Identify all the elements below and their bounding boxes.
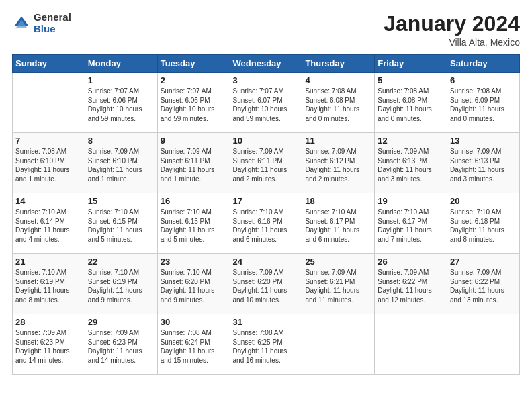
day-info: Sunrise: 7:09 AMSunset: 6:20 PMDaylight:… bbox=[233, 268, 300, 304]
day-info: Sunrise: 7:08 AMSunset: 6:08 PMDaylight:… bbox=[305, 87, 371, 123]
column-header-saturday: Saturday bbox=[447, 55, 520, 73]
day-info: Sunrise: 7:10 AMSunset: 6:18 PMDaylight:… bbox=[450, 208, 517, 244]
calendar-subtitle: Villa Alta, Mexico bbox=[384, 37, 520, 48]
day-number: 13 bbox=[450, 136, 517, 146]
day-info: Sunrise: 7:07 AMSunset: 6:06 PMDaylight:… bbox=[88, 87, 154, 123]
calendar-cell: 17Sunrise: 7:10 AMSunset: 6:16 PMDayligh… bbox=[230, 193, 302, 254]
day-info: Sunrise: 7:07 AMSunset: 6:06 PMDaylight:… bbox=[161, 87, 227, 123]
day-info: Sunrise: 7:07 AMSunset: 6:07 PMDaylight:… bbox=[233, 87, 300, 123]
day-info: Sunrise: 7:08 AMSunset: 6:25 PMDaylight:… bbox=[233, 328, 300, 365]
day-number: 23 bbox=[161, 257, 227, 267]
calendar-cell: 30Sunrise: 7:08 AMSunset: 6:24 PMDayligh… bbox=[157, 314, 230, 375]
column-header-sunday: Sunday bbox=[13, 55, 85, 73]
day-info: Sunrise: 7:08 AMSunset: 6:09 PMDaylight:… bbox=[450, 87, 517, 123]
calendar-cell: 14Sunrise: 7:10 AMSunset: 6:14 PMDayligh… bbox=[13, 193, 85, 254]
day-number: 26 bbox=[378, 257, 444, 267]
calendar-cell: 24Sunrise: 7:09 AMSunset: 6:20 PMDayligh… bbox=[230, 254, 302, 314]
column-header-wednesday: Wednesday bbox=[230, 55, 302, 73]
calendar-week-row: 28Sunrise: 7:09 AMSunset: 6:23 PMDayligh… bbox=[13, 314, 520, 375]
day-number: 1 bbox=[88, 75, 154, 85]
calendar-cell: 28Sunrise: 7:09 AMSunset: 6:23 PMDayligh… bbox=[13, 314, 85, 375]
day-number: 25 bbox=[305, 257, 371, 267]
logo-icon bbox=[12, 14, 31, 33]
day-info: Sunrise: 7:09 AMSunset: 6:11 PMDaylight:… bbox=[233, 147, 300, 183]
day-info: Sunrise: 7:10 AMSunset: 6:20 PMDaylight:… bbox=[161, 268, 227, 304]
calendar-cell: 18Sunrise: 7:10 AMSunset: 6:17 PMDayligh… bbox=[302, 193, 375, 254]
day-info: Sunrise: 7:09 AMSunset: 6:13 PMDaylight:… bbox=[378, 147, 444, 183]
day-info: Sunrise: 7:09 AMSunset: 6:22 PMDaylight:… bbox=[450, 268, 517, 304]
day-number: 4 bbox=[305, 75, 371, 85]
calendar-cell: 8Sunrise: 7:09 AMSunset: 6:10 PMDaylight… bbox=[85, 133, 157, 193]
day-info: Sunrise: 7:10 AMSunset: 6:16 PMDaylight:… bbox=[233, 208, 300, 244]
calendar-week-row: 1Sunrise: 7:07 AMSunset: 6:06 PMDaylight… bbox=[13, 73, 520, 133]
day-info: Sunrise: 7:09 AMSunset: 6:23 PMDaylight:… bbox=[88, 328, 154, 365]
day-number: 2 bbox=[161, 75, 227, 85]
calendar-title: January 2024 bbox=[384, 12, 520, 36]
calendar-table: SundayMondayTuesdayWednesdayThursdayFrid… bbox=[12, 54, 520, 375]
column-header-tuesday: Tuesday bbox=[157, 55, 230, 73]
calendar-cell: 23Sunrise: 7:10 AMSunset: 6:20 PMDayligh… bbox=[157, 254, 230, 314]
calendar-cell: 1Sunrise: 7:07 AMSunset: 6:06 PMDaylight… bbox=[85, 73, 157, 133]
calendar-cell: 9Sunrise: 7:09 AMSunset: 6:11 PMDaylight… bbox=[157, 133, 230, 193]
day-number: 31 bbox=[233, 317, 300, 327]
calendar-cell bbox=[447, 314, 520, 375]
day-info: Sunrise: 7:09 AMSunset: 6:10 PMDaylight:… bbox=[88, 147, 154, 183]
day-info: Sunrise: 7:10 AMSunset: 6:19 PMDaylight:… bbox=[15, 268, 82, 304]
day-info: Sunrise: 7:08 AMSunset: 6:08 PMDaylight:… bbox=[378, 87, 444, 123]
day-number: 12 bbox=[378, 136, 444, 146]
calendar-week-row: 14Sunrise: 7:10 AMSunset: 6:14 PMDayligh… bbox=[13, 193, 520, 254]
calendar-cell: 2Sunrise: 7:07 AMSunset: 6:06 PMDaylight… bbox=[157, 73, 230, 133]
calendar-cell: 22Sunrise: 7:10 AMSunset: 6:19 PMDayligh… bbox=[85, 254, 157, 314]
calendar-cell: 12Sunrise: 7:09 AMSunset: 6:13 PMDayligh… bbox=[375, 133, 447, 193]
day-info: Sunrise: 7:10 AMSunset: 6:15 PMDaylight:… bbox=[161, 208, 227, 244]
page: General Blue January 2024 Villa Alta, Me… bbox=[0, 0, 532, 411]
day-info: Sunrise: 7:10 AMSunset: 6:17 PMDaylight:… bbox=[305, 208, 371, 244]
day-number: 29 bbox=[88, 317, 154, 327]
day-number: 5 bbox=[378, 75, 444, 85]
calendar-cell bbox=[13, 73, 85, 133]
day-number: 27 bbox=[450, 257, 517, 267]
calendar-cell bbox=[375, 314, 447, 375]
day-number: 9 bbox=[161, 136, 227, 146]
logo-general: General bbox=[34, 11, 71, 23]
day-number: 20 bbox=[450, 196, 517, 206]
logo-text: General Blue bbox=[34, 12, 71, 34]
day-info: Sunrise: 7:10 AMSunset: 6:17 PMDaylight:… bbox=[378, 208, 444, 244]
calendar-cell: 31Sunrise: 7:08 AMSunset: 6:25 PMDayligh… bbox=[230, 314, 302, 375]
title-block: January 2024 Villa Alta, Mexico bbox=[384, 12, 520, 48]
column-header-monday: Monday bbox=[85, 55, 157, 73]
day-number: 16 bbox=[161, 196, 227, 206]
day-number: 8 bbox=[88, 136, 154, 146]
day-info: Sunrise: 7:08 AMSunset: 6:24 PMDaylight:… bbox=[161, 328, 227, 365]
calendar-cell: 26Sunrise: 7:09 AMSunset: 6:22 PMDayligh… bbox=[375, 254, 447, 314]
calendar-cell bbox=[302, 314, 375, 375]
calendar-cell: 20Sunrise: 7:10 AMSunset: 6:18 PMDayligh… bbox=[447, 193, 520, 254]
calendar-cell: 6Sunrise: 7:08 AMSunset: 6:09 PMDaylight… bbox=[447, 73, 520, 133]
calendar-cell: 29Sunrise: 7:09 AMSunset: 6:23 PMDayligh… bbox=[85, 314, 157, 375]
calendar-cell: 5Sunrise: 7:08 AMSunset: 6:08 PMDaylight… bbox=[375, 73, 447, 133]
calendar-cell: 15Sunrise: 7:10 AMSunset: 6:15 PMDayligh… bbox=[85, 193, 157, 254]
calendar-cell: 25Sunrise: 7:09 AMSunset: 6:21 PMDayligh… bbox=[302, 254, 375, 314]
logo-blue: Blue bbox=[34, 23, 56, 34]
day-info: Sunrise: 7:09 AMSunset: 6:22 PMDaylight:… bbox=[378, 268, 444, 304]
calendar-cell: 7Sunrise: 7:08 AMSunset: 6:10 PMDaylight… bbox=[13, 133, 85, 193]
day-number: 21 bbox=[15, 257, 82, 267]
calendar-week-row: 21Sunrise: 7:10 AMSunset: 6:19 PMDayligh… bbox=[13, 254, 520, 314]
day-info: Sunrise: 7:10 AMSunset: 6:19 PMDaylight:… bbox=[88, 268, 154, 304]
header: General Blue January 2024 Villa Alta, Me… bbox=[12, 12, 520, 48]
day-number: 10 bbox=[233, 136, 300, 146]
calendar-cell: 19Sunrise: 7:10 AMSunset: 6:17 PMDayligh… bbox=[375, 193, 447, 254]
day-number: 6 bbox=[450, 75, 517, 85]
calendar-cell: 27Sunrise: 7:09 AMSunset: 6:22 PMDayligh… bbox=[447, 254, 520, 314]
day-info: Sunrise: 7:09 AMSunset: 6:11 PMDaylight:… bbox=[161, 147, 227, 183]
calendar-header-row: SundayMondayTuesdayWednesdayThursdayFrid… bbox=[13, 55, 520, 73]
calendar-cell: 10Sunrise: 7:09 AMSunset: 6:11 PMDayligh… bbox=[230, 133, 302, 193]
day-number: 19 bbox=[378, 196, 444, 206]
calendar-cell: 21Sunrise: 7:10 AMSunset: 6:19 PMDayligh… bbox=[13, 254, 85, 314]
day-number: 22 bbox=[88, 257, 154, 267]
column-header-thursday: Thursday bbox=[302, 55, 375, 73]
day-info: Sunrise: 7:08 AMSunset: 6:10 PMDaylight:… bbox=[15, 147, 82, 183]
day-number: 18 bbox=[305, 196, 371, 206]
day-number: 11 bbox=[305, 136, 371, 146]
day-info: Sunrise: 7:10 AMSunset: 6:15 PMDaylight:… bbox=[88, 208, 154, 244]
